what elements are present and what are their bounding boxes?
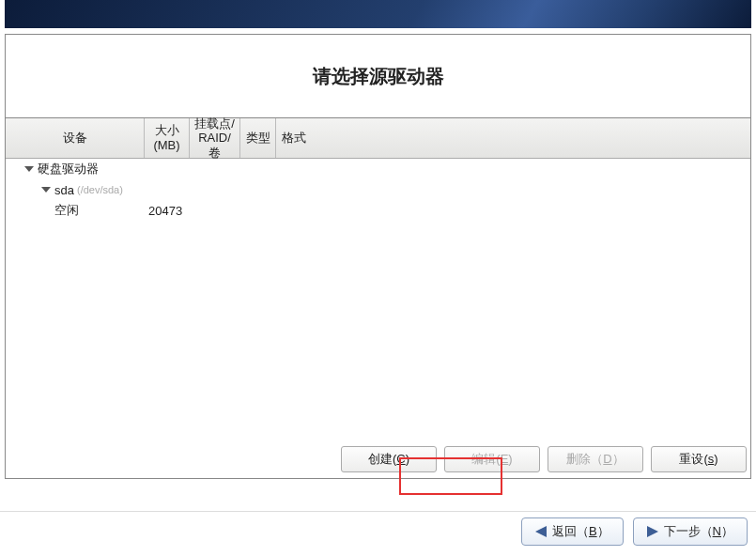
next-label: 下一步（N） bbox=[664, 523, 733, 540]
arrow-left-icon bbox=[535, 526, 547, 537]
header-banner bbox=[5, 0, 751, 28]
col-format[interactable]: 格式 bbox=[276, 118, 312, 158]
create-button[interactable]: 创建(C) bbox=[341, 446, 437, 472]
back-button[interactable]: 返回（B） bbox=[521, 517, 624, 546]
arrow-right-icon bbox=[647, 526, 658, 537]
edit-label: 编辑(E) bbox=[471, 451, 512, 468]
table-body: 硬盘驱动器 sda (/dev/sda) 空闲 20473 bbox=[6, 159, 750, 440]
disk-name: sda bbox=[54, 183, 74, 197]
partition-table: 设备 大小 (MB) 挂载点/ RAID/卷 类型 格式 硬盘驱动器 sda (… bbox=[6, 117, 750, 440]
col-device[interactable]: 设备 bbox=[6, 118, 145, 158]
page-title: 请选择源驱动器 bbox=[313, 64, 444, 89]
nav-bar: 返回（B） 下一步（N） bbox=[0, 511, 756, 551]
col-type[interactable]: 类型 bbox=[240, 118, 276, 158]
root-label: 硬盘驱动器 bbox=[38, 161, 99, 178]
col-mount[interactable]: 挂载点/ RAID/卷 bbox=[190, 118, 240, 158]
create-label: 创建(C) bbox=[368, 451, 409, 468]
reset-button[interactable]: 重设(s) bbox=[651, 446, 747, 472]
table-header-row: 设备 大小 (MB) 挂载点/ RAID/卷 类型 格式 bbox=[6, 118, 750, 159]
title-area: 请选择源驱动器 bbox=[6, 35, 750, 117]
reset-label: 重设(s) bbox=[679, 451, 717, 468]
free-size: 20473 bbox=[148, 204, 193, 218]
next-button[interactable]: 下一步（N） bbox=[633, 517, 748, 546]
tree-row-disk[interactable]: sda (/dev/sda) bbox=[6, 179, 750, 200]
action-bar: 创建(C) 编辑(E) 删除（D） 重设(s) bbox=[6, 440, 750, 478]
edit-button: 编辑(E) bbox=[444, 446, 540, 472]
main-panel: 请选择源驱动器 设备 大小 (MB) 挂载点/ RAID/卷 类型 格式 硬盘驱… bbox=[5, 34, 751, 479]
disk-path: (/dev/sda) bbox=[77, 184, 123, 195]
free-label: 空闲 bbox=[54, 202, 79, 219]
delete-label: 删除（D） bbox=[566, 451, 624, 468]
col-size[interactable]: 大小 (MB) bbox=[145, 118, 190, 158]
back-label: 返回（B） bbox=[552, 523, 609, 540]
tree-row-root[interactable]: 硬盘驱动器 bbox=[6, 159, 750, 179]
expand-icon[interactable] bbox=[24, 166, 34, 172]
tree-row-free[interactable]: 空闲 20473 bbox=[6, 200, 750, 221]
expand-icon[interactable] bbox=[41, 187, 51, 193]
delete-button: 删除（D） bbox=[548, 446, 643, 472]
